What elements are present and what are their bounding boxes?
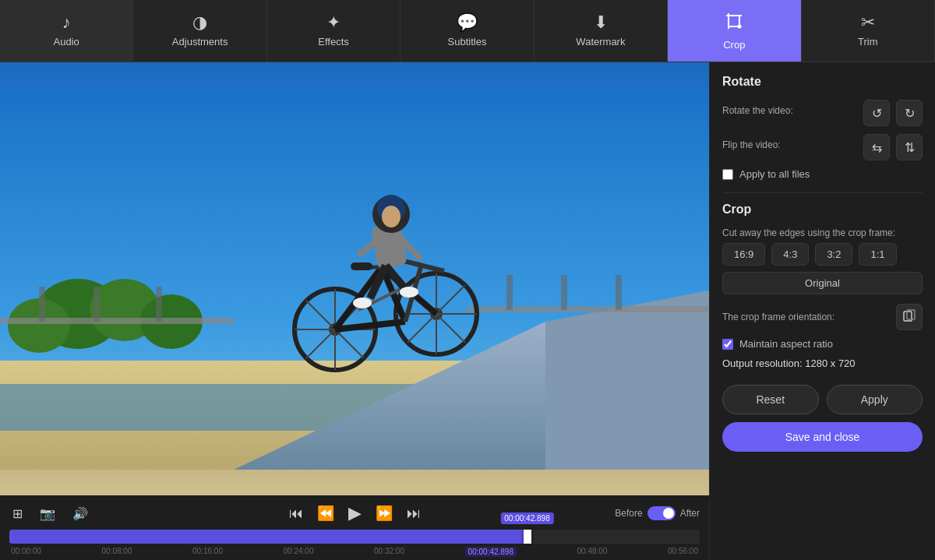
nav-crop-label: Crop bbox=[723, 39, 745, 51]
svg-rect-15 bbox=[39, 287, 45, 322]
save-close-button[interactable]: Save and close bbox=[722, 422, 923, 452]
flip-btn-group: ⇆ ⇅ bbox=[863, 134, 923, 160]
svg-rect-13 bbox=[0, 318, 234, 324]
rotate-right-icon: ↻ bbox=[905, 106, 915, 121]
ratio-4-3[interactable]: 4:3 bbox=[771, 243, 809, 266]
rotate-video-row: Rotate the video: ↺ ↻ bbox=[722, 100, 923, 126]
time-48: 00:48:00 bbox=[577, 547, 608, 557]
bottom-action-buttons: Reset Apply bbox=[722, 385, 923, 414]
timeline-progress bbox=[9, 530, 527, 544]
rotate-btn-group: ↺ ↻ bbox=[863, 100, 923, 126]
orientation-row: The crop frame orientation: bbox=[722, 304, 923, 330]
main-layout: ⊞ 📷 🔊 ⏮ ⏪ ▶ ⏩ ⏭ Before After bbox=[0, 62, 935, 560]
nav-audio[interactable]: ♪ Audio bbox=[0, 0, 133, 62]
top-nav: ♪ Audio ◑ Adjustments ✦ Effects 💬 Subtit… bbox=[0, 0, 935, 62]
apply-button[interactable]: Apply bbox=[827, 385, 923, 414]
nav-crop[interactable]: Crop bbox=[668, 0, 801, 62]
flip-video-row: Flip the video: ⇆ ⇅ bbox=[722, 134, 923, 160]
ratio-3-2[interactable]: 3:2 bbox=[815, 243, 852, 266]
time-56: 00:56:00 bbox=[668, 547, 698, 557]
step-back-btn[interactable]: ⏪ bbox=[314, 503, 337, 523]
nav-trim[interactable]: ✂ Trim bbox=[802, 0, 935, 62]
trim-icon: ✂ bbox=[861, 14, 875, 31]
svg-point-3 bbox=[738, 25, 742, 29]
playback-controls: ⊞ 📷 🔊 ⏮ ⏪ ▶ ⏩ ⏭ Before After bbox=[9, 502, 700, 525]
crop-section: Crop Cut away the edges using the crop f… bbox=[722, 203, 923, 369]
rotate-left-btn[interactable]: ↺ bbox=[863, 100, 890, 126]
before-after-switch[interactable] bbox=[647, 506, 676, 520]
nav-watermark[interactable]: ⬇ Watermark bbox=[535, 0, 668, 62]
maintain-aspect-row: Maintain aspect ratio bbox=[722, 338, 923, 350]
nav-audio-label: Audio bbox=[54, 36, 79, 48]
skip-forward-end-btn[interactable]: ⏭ bbox=[404, 504, 424, 523]
left-controls: ⊞ 📷 🔊 bbox=[9, 505, 91, 523]
nav-effects-label: Effects bbox=[318, 36, 349, 48]
before-label: Before bbox=[615, 508, 642, 519]
svg-rect-19 bbox=[561, 275, 567, 310]
reset-button[interactable]: Reset bbox=[722, 385, 819, 414]
svg-point-46 bbox=[382, 206, 400, 227]
ratio-buttons-group: 16:9 4:3 3:2 1:1 bbox=[722, 243, 923, 266]
output-label: Output resolution: bbox=[722, 357, 803, 369]
maintain-aspect-label[interactable]: Maintain aspect ratio bbox=[739, 338, 833, 350]
rotate-video-label: Rotate the video: bbox=[722, 105, 793, 116]
watermark-icon: ⬇ bbox=[594, 14, 608, 31]
time-24: 00:24:00 bbox=[284, 547, 314, 557]
nav-trim-label: Trim bbox=[858, 36, 878, 48]
crop-frame-label: Cut away the edges using the crop frame: bbox=[722, 227, 923, 238]
orientation-icon bbox=[902, 308, 916, 326]
nav-effects[interactable]: ✦ Effects bbox=[267, 0, 400, 62]
skip-back-start-btn[interactable]: ⏮ bbox=[286, 504, 306, 523]
crop-icon bbox=[724, 11, 744, 34]
divider-1 bbox=[722, 192, 923, 193]
timeline-bar[interactable] bbox=[9, 530, 700, 544]
expand-btn[interactable]: ⊞ bbox=[9, 505, 26, 523]
effects-icon: ✦ bbox=[326, 14, 340, 31]
time-0: 00:00:00 bbox=[11, 547, 41, 557]
svg-rect-14 bbox=[468, 306, 709, 312]
time-40: 00:00:42.898 bbox=[465, 547, 517, 557]
flip-vertical-btn[interactable]: ⇅ bbox=[896, 134, 923, 160]
toggle-knob bbox=[663, 508, 674, 519]
nav-adjustments[interactable]: ◑ Adjustments bbox=[133, 0, 266, 62]
video-preview bbox=[0, 62, 709, 495]
play-btn[interactable]: ▶ bbox=[345, 502, 365, 525]
flip-video-label: Flip the video: bbox=[722, 139, 781, 150]
svg-rect-40 bbox=[351, 262, 372, 270]
video-area: ⊞ 📷 🔊 ⏮ ⏪ ▶ ⏩ ⏭ Before After bbox=[0, 62, 709, 560]
apply-all-row: Apply to all files bbox=[722, 168, 923, 180]
timeline-bar-wrapper: 00:00:42.898 bbox=[9, 530, 700, 544]
after-label: After bbox=[680, 508, 700, 519]
maintain-aspect-checkbox[interactable] bbox=[722, 339, 733, 350]
svg-rect-20 bbox=[616, 275, 622, 310]
time-markers: 00:00:00 00:08:00 00:16:00 00:24:00 00:3… bbox=[9, 547, 700, 557]
ratio-1-1[interactable]: 1:1 bbox=[859, 243, 896, 266]
screenshot-btn[interactable]: 📷 bbox=[37, 505, 58, 523]
ratio-16-9[interactable]: 16:9 bbox=[722, 243, 765, 266]
output-resolution-row: Output resolution: 1280 x 720 bbox=[722, 357, 923, 369]
timeline-thumb[interactable] bbox=[524, 530, 531, 544]
apply-all-checkbox[interactable] bbox=[722, 169, 733, 180]
adjustments-icon: ◑ bbox=[192, 14, 207, 31]
apply-all-label[interactable]: Apply to all files bbox=[739, 168, 810, 180]
video-scene-svg bbox=[0, 62, 709, 495]
svg-rect-0 bbox=[729, 16, 739, 26]
step-forward-btn[interactable]: ⏩ bbox=[372, 503, 396, 523]
audio-icon: ♪ bbox=[62, 14, 71, 31]
svg-rect-16 bbox=[94, 287, 100, 322]
rotate-title: Rotate bbox=[722, 75, 923, 89]
flip-v-icon: ⇅ bbox=[905, 140, 915, 155]
nav-subtitles[interactable]: 💬 Subtitles bbox=[400, 0, 534, 62]
crop-title: Crop bbox=[722, 203, 923, 217]
orientation-label: The crop frame orientation: bbox=[722, 312, 834, 322]
nav-subtitles-label: Subtitles bbox=[448, 36, 487, 48]
nav-adjustments-label: Adjustments bbox=[172, 36, 228, 48]
rotate-right-btn[interactable]: ↻ bbox=[896, 100, 923, 126]
before-after-toggle: Before After bbox=[615, 506, 700, 520]
orientation-btn[interactable] bbox=[896, 304, 923, 330]
svg-marker-8 bbox=[545, 291, 709, 470]
svg-rect-17 bbox=[156, 287, 162, 322]
flip-horizontal-btn[interactable]: ⇆ bbox=[863, 134, 890, 160]
original-btn[interactable]: Original bbox=[722, 272, 923, 294]
volume-btn[interactable]: 🔊 bbox=[69, 505, 91, 523]
